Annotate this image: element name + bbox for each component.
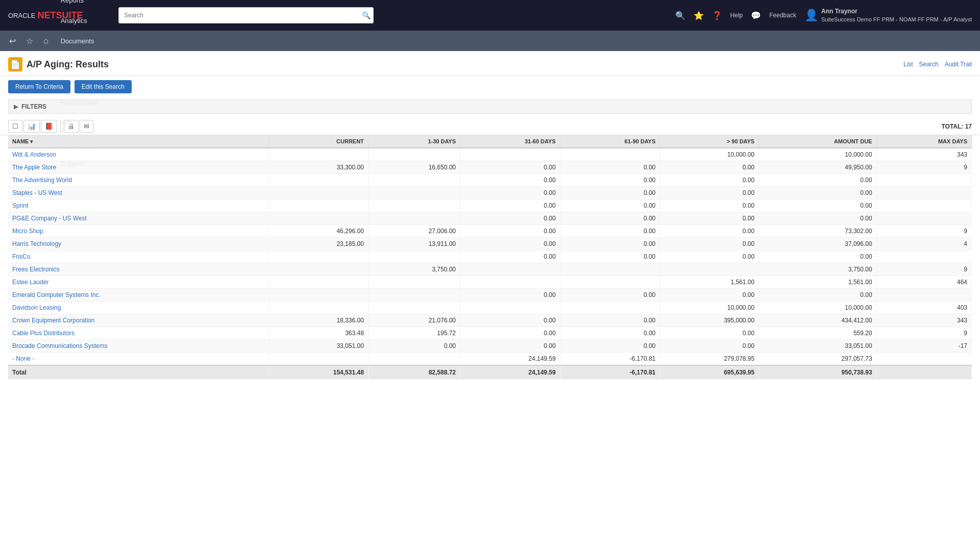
page-action-list[interactable]: List xyxy=(903,61,913,68)
help-icon[interactable]: ❓ xyxy=(712,11,722,20)
global-search-icon[interactable]: 🔍 xyxy=(675,11,685,20)
table-cell-name[interactable]: Harris Technology xyxy=(8,238,269,251)
nav-item-documents[interactable]: Documents xyxy=(54,31,112,51)
table-cell-days_1_30 xyxy=(368,187,460,199)
table-cell-amount_due: 0.00 xyxy=(759,199,876,212)
table-cell-name[interactable]: Micro Shop xyxy=(8,225,269,238)
table-cell-amount_due: 0.00 xyxy=(759,251,876,263)
table-cell-days_1_30: 13,911.00 xyxy=(368,238,460,251)
table-cell-name[interactable]: Frees Electronics xyxy=(8,263,269,276)
col-header-90-plus[interactable]: > 90 DAYS xyxy=(660,135,759,148)
page-action-search[interactable]: Search xyxy=(919,61,939,68)
col-header-61-90[interactable]: 61-90 DAYS xyxy=(560,135,660,148)
col-header-31-60[interactable]: 31-60 DAYS xyxy=(460,135,560,148)
table-cell-name[interactable]: Staples - US West xyxy=(8,187,269,199)
table-cell-name[interactable]: - None - xyxy=(8,353,269,366)
table-cell-days_61_90: -6,170.81 xyxy=(560,353,660,366)
table-cell-max_days: -17 xyxy=(876,340,971,353)
feedback-icon[interactable]: 💬 xyxy=(751,11,761,20)
table-cell-amount_due: 10,000.00 xyxy=(759,302,876,314)
table-cell-days_90: 0.00 xyxy=(660,251,759,263)
page-title-icon: 📄 xyxy=(8,57,22,71)
col-header-1-30[interactable]: 1-30 DAYS xyxy=(368,135,460,148)
feedback-label[interactable]: Feedback xyxy=(769,12,796,19)
table-cell-current xyxy=(269,289,368,302)
search-button[interactable]: 🔍 xyxy=(362,11,371,19)
table-cell-name[interactable]: Emerald Computer Systems Inc. xyxy=(8,289,269,302)
table-cell-amount_due: 1,561.00 xyxy=(759,276,876,289)
table-cell-days_31_60: 0.00 xyxy=(460,174,560,187)
filters-label: FILTERS xyxy=(21,103,46,110)
nav-item-analytics[interactable]: Analytics xyxy=(54,10,112,31)
table-cell-max_days: 9 xyxy=(876,225,971,238)
table-cell-days_90: 1,561.00 xyxy=(660,276,759,289)
table-cell-days_90: 0.00 xyxy=(660,187,759,199)
table-cell-days_1_30 xyxy=(368,148,460,161)
table-cell-days_90 xyxy=(660,263,759,276)
table-cell-days_1_30: 0.00 xyxy=(368,340,460,353)
search-input[interactable] xyxy=(118,7,374,23)
filters-bar[interactable]: ▶ FILTERS xyxy=(8,99,972,114)
table-cell-days_61_90 xyxy=(560,302,660,314)
col-header-current[interactable]: CURRENT xyxy=(269,135,368,148)
page-actions: ListSearchAudit Trail xyxy=(903,61,972,68)
export-plain-button[interactable]: ☐ xyxy=(8,120,22,133)
table-cell-name[interactable]: Davidson Leasing xyxy=(8,302,269,314)
export-pdf-button[interactable]: 📕 xyxy=(41,120,57,133)
nav-star-icon[interactable]: ☆ xyxy=(21,31,38,51)
export-excel-button[interactable]: 📊 xyxy=(23,120,40,133)
table-cell-name[interactable]: Brocade Communications Systems xyxy=(8,340,269,353)
help-label[interactable]: Help xyxy=(730,12,743,19)
table-cell-name[interactable]: PG&E Company - US West xyxy=(8,212,269,225)
table-cell-current: 33,300.00 xyxy=(269,161,368,174)
table-cell-days_31_60: 0.00 xyxy=(460,327,560,340)
table-cell-name[interactable]: Sprint xyxy=(8,199,269,212)
user-avatar-icon[interactable]: 👤 xyxy=(804,9,818,22)
data-table: NAME ▾ CURRENT 1-30 DAYS 31-60 DAYS 61-9… xyxy=(8,135,972,380)
table-row: Cable Plus Distributors363.48195.720.000… xyxy=(8,327,972,340)
table-cell-days_31_60: 0.00 xyxy=(460,199,560,212)
page-action-audit trail[interactable]: Audit Trail xyxy=(945,61,972,68)
table-cell-days_90: 0.00 xyxy=(660,212,759,225)
email-button[interactable]: ✉ xyxy=(80,120,93,133)
table-cell-days_31_60: 0.00 xyxy=(460,161,560,174)
table-cell-name[interactable]: FrisCo xyxy=(8,251,269,263)
table-row: Staples - US West0.000.000.000.00 xyxy=(8,187,972,199)
footer-cell-days_31_60: 24,149.59 xyxy=(460,365,560,380)
table-cell-days_90: 0.00 xyxy=(660,289,759,302)
table-cell-current: 33,051.00 xyxy=(269,340,368,353)
topbar: ORACLE NETSUITE 🔍 🔍 ⭐ ❓ Help 💬 Feedback … xyxy=(0,0,980,31)
nav-item-suiteapps[interactable]: SuiteApps xyxy=(54,133,112,153)
return-criteria-button[interactable]: Return To Criteria xyxy=(8,80,70,93)
table-cell-max_days: 343 xyxy=(876,314,971,327)
table-cell-name[interactable]: Estee Lauder xyxy=(8,276,269,289)
edit-search-button[interactable]: Edit this Search xyxy=(75,80,132,93)
table-cell-days_61_90: 0.00 xyxy=(560,187,660,199)
table-cell-days_61_90: 0.00 xyxy=(560,340,660,353)
col-header-max-days[interactable]: MAX DAYS xyxy=(876,135,971,148)
table-cell-days_1_30: 3,750.00 xyxy=(368,263,460,276)
col-header-amount-due[interactable]: AMOUNT DUE xyxy=(759,135,876,148)
table-cell-days_61_90: 0.00 xyxy=(560,289,660,302)
nav-item-fixed-assets[interactable]: Fixed Assets xyxy=(54,92,112,112)
table-row: Brocade Communications Systems33,051.000… xyxy=(8,340,972,353)
table-cell-amount_due: 297,057.73 xyxy=(759,353,876,366)
table-cell-max_days: 9 xyxy=(876,161,971,174)
print-button[interactable]: 🖨 xyxy=(64,120,79,133)
nav-item-reports[interactable]: Reports xyxy=(54,0,112,10)
table-cell-current xyxy=(269,199,368,212)
table-cell-name[interactable]: The Apple Store xyxy=(8,161,269,174)
table-cell-name[interactable]: Witt & Anderson xyxy=(8,148,269,161)
table-cell-max_days: 9 xyxy=(876,327,971,340)
nav-home-icon[interactable]: ⌂ xyxy=(38,31,54,51)
table-cell-days_1_30 xyxy=(368,212,460,225)
col-header-name[interactable]: NAME ▾ xyxy=(8,135,269,148)
table-cell-amount_due: 0.00 xyxy=(759,174,876,187)
nav-item-support[interactable]: Support xyxy=(54,153,112,173)
nav-back-icon[interactable]: ↩ xyxy=(4,31,21,51)
star-icon[interactable]: ⭐ xyxy=(694,11,704,20)
table-cell-name[interactable]: The Advertising World xyxy=(8,174,269,187)
table-cell-name[interactable]: Cable Plus Distributors xyxy=(8,327,269,340)
page-title-area: 📄 A/P Aging: Results xyxy=(8,57,109,71)
table-cell-name[interactable]: Crown Equipment Corporation xyxy=(8,314,269,327)
